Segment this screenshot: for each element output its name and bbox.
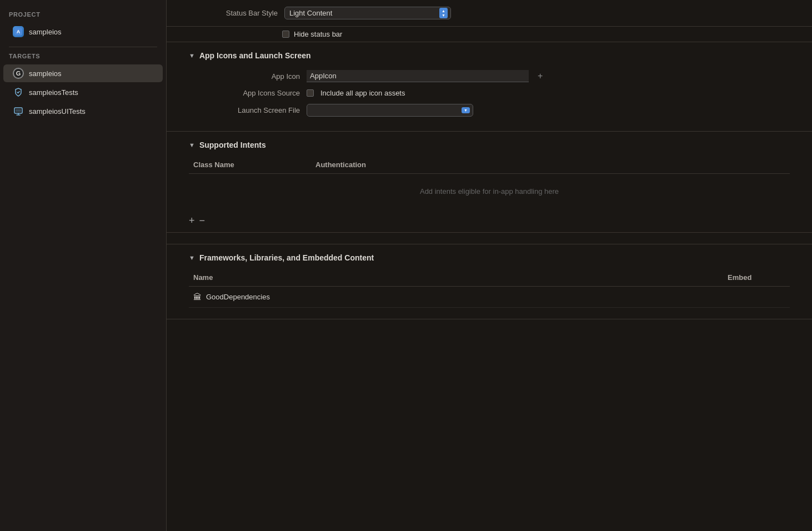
intent-table-header: Class Name Authentication: [189, 156, 790, 174]
status-bar-label: Status Bar Style: [189, 9, 278, 17]
target-name-sampleios: sampleios: [29, 69, 62, 78]
framework-name: GoodDependencies: [206, 293, 270, 301]
app-icon-add-button[interactable]: +: [538, 71, 543, 81]
supported-intents-title: Supported Intents: [199, 141, 266, 149]
project-section-label: PROJECT: [0, 11, 166, 18]
target-name-ui-tests: sampleiosUITests: [29, 107, 86, 116]
app-icons-chevron-icon: ▼: [189, 52, 195, 59]
frameworks-section: ▼ Frameworks, Libraries, and Embedded Co…: [167, 244, 812, 319]
framework-embed-cell: [723, 295, 790, 299]
targets-section-label: TARGETS: [0, 53, 166, 59]
hide-status-bar-label: Hide status bar: [294, 30, 342, 38]
launch-screen-select-wrapper: ▼: [307, 104, 473, 117]
supported-intents-chevron-icon: ▼: [189, 142, 195, 148]
app-icons-source-checkbox[interactable]: [307, 89, 314, 97]
project-name: sampleios: [29, 28, 62, 36]
app-icons-source-label: App Icons Source: [189, 89, 300, 97]
sidebar-item-sampleios-ui-tests[interactable]: sampleiosUITests: [3, 102, 163, 120]
launch-screen-label: Launch Screen File: [189, 106, 300, 114]
sidebar-item-sampleios[interactable]: G sampleios: [3, 64, 163, 82]
frameworks-table-header: Name Embed: [189, 269, 790, 287]
intent-actions: + −: [167, 209, 812, 233]
hide-status-bar-checkbox[interactable]: [282, 31, 289, 38]
app-icons-source-checkbox-label: Include all app icon assets: [320, 89, 405, 97]
app-icons-source-row: App Icons Source Include all app icon as…: [167, 86, 812, 101]
intent-col-class-header: Class Name: [189, 158, 311, 171]
intent-table: Class Name Authentication Add intents el…: [189, 156, 790, 209]
svg-rect-3: [16, 109, 21, 112]
status-bar-select[interactable]: Default Light Content Dark Content: [284, 7, 451, 19]
sidebar: PROJECT A sampleios TARGETS G sampleios: [0, 0, 167, 531]
app-icons-section-title: App Icons and Launch Screen: [199, 51, 311, 60]
sidebar-separator-1: [9, 47, 157, 47]
intent-col-auth-header: Authentication: [311, 158, 790, 171]
app-icon-input[interactable]: [307, 70, 529, 82]
target-name-tests: sampleiosTests: [29, 88, 78, 97]
svg-text:A: A: [17, 29, 21, 34]
sidebar-item-sampleios-tests[interactable]: sampleiosTests: [3, 83, 163, 101]
launch-screen-select[interactable]: [307, 104, 473, 117]
target-icon-ui-tests: [12, 105, 24, 117]
framework-name-cell: 🏛 GoodDependencies: [189, 290, 723, 304]
app-icon-row: App Icon +: [167, 67, 812, 86]
frameworks-title: Frameworks, Libraries, and Embedded Cont…: [199, 253, 374, 262]
app-icons-section-header[interactable]: ▼ App Icons and Launch Screen: [167, 42, 812, 67]
frameworks-table: Name Embed 🏛 GoodDependencies: [189, 269, 790, 308]
remove-intent-button[interactable]: −: [199, 216, 205, 226]
target-icon-sampleios: G: [12, 67, 24, 79]
framework-icon: 🏛: [193, 292, 202, 302]
frameworks-header[interactable]: ▼ Frameworks, Libraries, and Embedded Co…: [167, 244, 812, 269]
table-row[interactable]: 🏛 GoodDependencies: [189, 287, 790, 308]
app-icon-label: App Icon: [189, 72, 300, 81]
status-bar-row: Status Bar Style Default Light Content D…: [167, 0, 812, 27]
add-intent-button[interactable]: +: [189, 216, 195, 226]
target-icon-tests: [12, 86, 24, 98]
status-bar-select-wrapper: Default Light Content Dark Content ▲ ▼: [284, 7, 451, 19]
frameworks-col-name-header: Name: [189, 271, 723, 284]
hide-status-bar-row: Hide status bar: [167, 27, 812, 42]
main-content: Status Bar Style Default Light Content D…: [167, 0, 812, 531]
app-icons-section: ▼ App Icons and Launch Screen App Icon +…: [167, 42, 812, 132]
launch-screen-row: Launch Screen File ▼: [167, 101, 812, 120]
frameworks-chevron-icon: ▼: [189, 254, 195, 261]
supported-intents-header[interactable]: ▼ Supported Intents: [167, 132, 812, 156]
project-icon: A: [12, 26, 24, 38]
intent-empty-message: Add intents eligible for in-app handling…: [189, 174, 790, 209]
frameworks-col-embed-header: Embed: [723, 271, 790, 284]
sidebar-item-project[interactable]: A sampleios: [3, 23, 163, 41]
supported-intents-section: ▼ Supported Intents Class Name Authentic…: [167, 132, 812, 244]
